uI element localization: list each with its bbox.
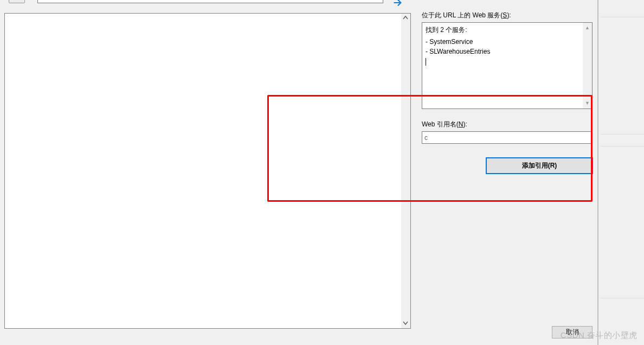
- bg-line: [601, 297, 644, 298]
- web-reference-name-input[interactable]: [422, 131, 593, 144]
- scroll-down-icon[interactable]: [402, 320, 409, 327]
- services-label-prefix: 位于此 URL 上的 Web 服务(: [422, 11, 503, 19]
- service-item[interactable]: - SystemService: [426, 37, 589, 47]
- url-input[interactable]: [37, 0, 383, 3]
- scroll-up-icon[interactable]: ▲: [585, 24, 590, 32]
- add-reference-button[interactable]: 添加引用(R): [486, 157, 593, 174]
- services-scrollbar[interactable]: ▲ ▼: [583, 23, 592, 108]
- url-icon-left: [9, 0, 25, 3]
- scroll-up-icon[interactable]: [402, 15, 409, 22]
- services-found-text: 找到 2 个服务:: [426, 25, 589, 35]
- service-item[interactable]: - SLWarehouseEntries: [426, 47, 589, 56]
- text-cursor-icon: [426, 58, 426, 66]
- services-label-suffix: ):: [507, 11, 511, 19]
- scroll-down-icon[interactable]: ▼: [585, 100, 590, 107]
- bg-line: [601, 145, 644, 146]
- web-ref-label: Web 引用名(N):: [422, 120, 593, 129]
- right-panel: 位于此 URL 上的 Web 服务(S): 找到 2 个服务: - System…: [422, 11, 593, 144]
- go-arrow-icon[interactable]: [391, 0, 401, 5]
- web-ref-label-suffix: ):: [463, 120, 467, 128]
- services-label: 位于此 URL 上的 Web 服务(S):: [422, 11, 593, 20]
- services-listbox[interactable]: 找到 2 个服务: - SystemService - SLWarehouseE…: [422, 22, 593, 109]
- dialog-right-edge: [597, 0, 598, 345]
- preview-scrollbar[interactable]: [401, 14, 410, 328]
- preview-pane: [4, 13, 411, 329]
- web-ref-label-prefix: Web 引用名(: [422, 120, 459, 128]
- bg-line: [601, 133, 644, 135]
- bg-line: [601, 16, 644, 17]
- watermark-text: CSDN 奋斗的小壁虎: [561, 330, 637, 341]
